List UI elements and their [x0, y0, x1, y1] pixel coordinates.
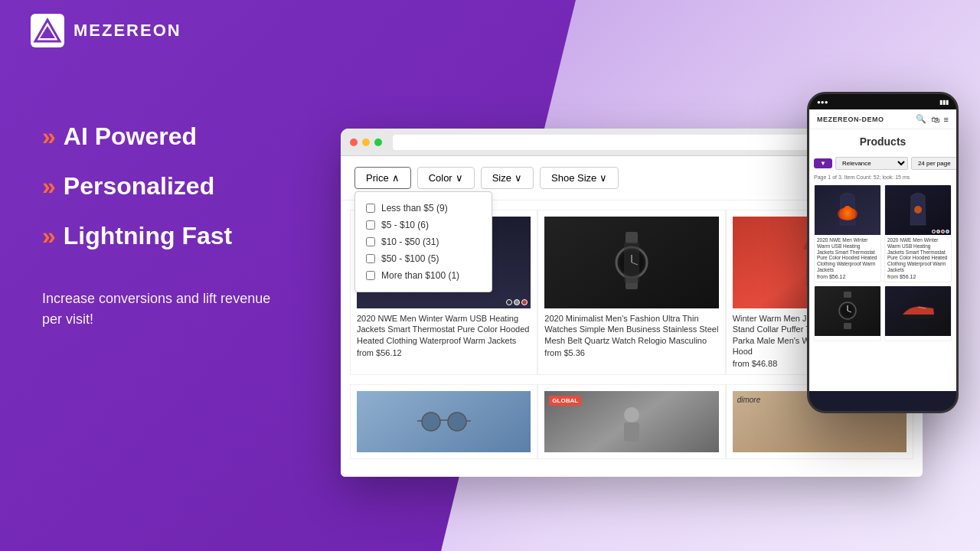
mobile-mockup: ●●● ▮▮▮ MEZEREON-DEMO 🔍 🛍 ≡ Products ▼ R…: [807, 92, 959, 413]
feature-label-fast: Lightning Fast: [64, 222, 232, 250]
mobile-product-title-2: 2020 NWE Men Winter Warm USB Heating Jac…: [887, 237, 949, 273]
price-option-1-label: Less than $5 (9): [381, 203, 448, 214]
price-option-5-label: More than $100 (1): [381, 270, 459, 281]
svg-rect-23: [844, 292, 851, 298]
mobile-cart-icon[interactable]: 🛍: [931, 115, 939, 124]
tagline: Increase conversions and lift revenue pe…: [42, 289, 287, 330]
filter-size[interactable]: Size ∨: [481, 167, 534, 189]
mobile-store-name: MEZEREON-DEMO: [817, 116, 884, 123]
mobile-swatch-1: [932, 230, 936, 233]
svg-point-13: [422, 412, 440, 431]
logo-icon: [31, 14, 64, 47]
mobile-product-card-1[interactable]: 2020 NWE Men Winter Warm USB Heating Jac…: [814, 184, 881, 282]
product-card-2[interactable]: 2020 Minimalist Men's Fashion Ultra Thin…: [537, 210, 725, 375]
filter-shoe-size-label: Shoe Size: [551, 172, 596, 184]
dimore-badge: dimore: [737, 396, 761, 404]
price-dropdown: Less than $5 (9) $5 - $10 (6) $10 - $50 …: [354, 191, 492, 292]
mobile-products-grid: 2020 NWE Men Winter Warm USB Heating Jac…: [809, 181, 956, 344]
feature-item-personalized: » Personalized: [42, 172, 287, 201]
mobile-content: MEZEREON-DEMO 🔍 🛍 ≡ Products ▼ Relevance…: [809, 109, 956, 391]
mobile-product-card-4[interactable]: [884, 285, 952, 341]
filter-size-label: Size: [492, 172, 511, 184]
price-checkbox-1[interactable]: [366, 204, 375, 213]
swatch-red: [521, 299, 528, 305]
left-content: » AI Powered » Personalized » Lightning …: [42, 122, 287, 330]
header: MEZEREON: [0, 0, 980, 61]
mobile-filter-btn[interactable]: ▼: [814, 158, 832, 168]
mobile-swatch-2: [936, 230, 940, 233]
feature-label-personalized: Personalized: [64, 172, 214, 201]
mobile-product-img-2: [885, 185, 951, 235]
filter-price[interactable]: Price ∧: [354, 167, 411, 189]
svg-point-22: [914, 206, 922, 214]
bottom-product-1[interactable]: [350, 384, 537, 459]
product-title-2: 2020 Minimalist Men's Fashion Ultra Thin…: [544, 313, 718, 346]
mobile-product-card-3[interactable]: [814, 285, 881, 341]
arrow-icon-2: »: [42, 172, 56, 201]
mobile-product-price-2: from $56.12: [887, 274, 949, 279]
mobile-status-text: ●●●: [817, 99, 828, 106]
svg-rect-19: [624, 422, 639, 442]
global-badge: GLOBAL: [549, 396, 581, 406]
filter-price-label: Price: [366, 172, 389, 184]
mobile-product-info-1: 2020 NWE Men Winter Warm USB Heating Jac…: [815, 235, 880, 282]
price-checkbox-2[interactable]: [366, 220, 375, 230]
color-swatches-1: [506, 299, 528, 305]
mobile-page-title: Products: [809, 129, 956, 154]
price-checkbox-3[interactable]: [366, 237, 375, 246]
bottom-img-1: [357, 391, 531, 452]
filter-color-label: Color: [429, 172, 452, 184]
filter-size-arrow: ∨: [514, 172, 522, 184]
filter-color[interactable]: Color ∨: [417, 167, 475, 189]
mobile-product-info-2: 2020 NWE Men Winter Warm USB Heating Jac…: [885, 235, 951, 282]
svg-point-18: [624, 407, 639, 422]
mobile-status-bar: ●●● ▮▮▮: [809, 94, 956, 109]
svg-point-21: [845, 207, 850, 212]
mobile-filter-row: ▼ Relevance Price: Low to High 24 per pa…: [809, 154, 956, 173]
price-checkbox-4[interactable]: [366, 254, 375, 263]
price-option-2-label: $5 - $10 (6): [381, 220, 429, 230]
price-option-4-label: $50 - $100 (5): [381, 253, 439, 264]
swatch-grey: [514, 299, 520, 305]
mobile-product-img-4: [885, 286, 951, 336]
logo[interactable]: MEZEREON: [31, 14, 181, 47]
svg-rect-11: [624, 242, 639, 283]
filter-shoe-size-arrow: ∨: [599, 172, 607, 184]
svg-rect-28: [844, 323, 851, 329]
mobile-sort-select[interactable]: Relevance Price: Low to High: [835, 157, 908, 170]
svg-rect-5: [626, 232, 638, 243]
browser-dot-yellow: [362, 139, 370, 146]
arrow-icon-1: »: [42, 122, 56, 151]
mobile-menu-icon[interactable]: ≡: [944, 115, 949, 124]
mobile-product-card-2[interactable]: 2020 NWE Men Winter Warm USB Heating Jac…: [884, 184, 952, 282]
svg-point-20: [844, 206, 851, 214]
price-option-5[interactable]: More than $100 (1): [366, 267, 481, 284]
product-price-2: from $5.36: [544, 348, 718, 357]
mobile-search-icon[interactable]: 🔍: [916, 114, 926, 124]
swatch-dark: [506, 299, 512, 305]
mobile-color-swatches: [932, 230, 949, 233]
browser-dot-red: [350, 139, 358, 146]
feature-label-ai: AI Powered: [64, 122, 197, 151]
mobile-product-title-1: 2020 NWE Men Winter Warm USB Heating Jac…: [817, 237, 878, 273]
price-checkbox-5[interactable]: [366, 271, 375, 280]
feature-list: » AI Powered » Personalized » Lightning …: [42, 122, 287, 250]
browser-dot-green: [374, 139, 382, 146]
price-option-1[interactable]: Less than $5 (9): [366, 200, 481, 217]
svg-point-14: [448, 412, 466, 431]
mobile-nav-icons: 🔍 🛍 ≡: [916, 114, 949, 124]
mobile-product-price-1: from $56.12: [817, 274, 878, 279]
mobile-swatch-3: [941, 230, 945, 233]
price-option-3-label: $10 - $50 (31): [381, 236, 439, 247]
price-option-3[interactable]: $10 - $50 (31): [366, 233, 481, 250]
mobile-product-img-1: [815, 185, 880, 235]
mobile-product-info-4: [885, 336, 951, 341]
price-option-4[interactable]: $50 - $100 (5): [366, 250, 481, 267]
mobile-perpage-select[interactable]: 24 per page 48 per page: [911, 157, 956, 170]
price-option-2[interactable]: $5 - $10 (6): [366, 217, 481, 233]
product-price-1: from $56.12: [357, 348, 531, 357]
filter-shoe-size[interactable]: Shoe Size ∨: [540, 167, 619, 189]
bottom-product-2[interactable]: GLOBAL: [537, 384, 725, 459]
feature-item-fast: » Lightning Fast: [42, 222, 287, 250]
arrow-icon-3: »: [42, 222, 56, 250]
